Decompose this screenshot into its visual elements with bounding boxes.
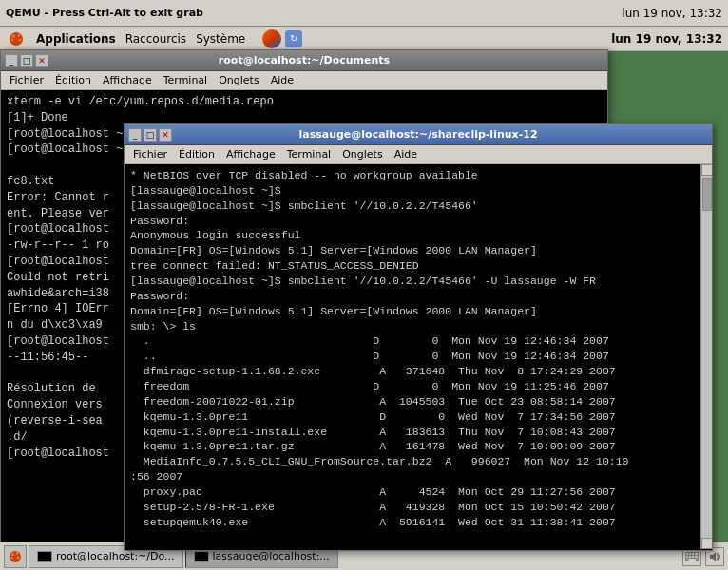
w2-menu-aide[interactable]: Aide: [390, 147, 422, 162]
window2-menubar: Fichier Édition Affichage Terminal Ongle…: [125, 145, 712, 164]
svg-rect-12: [689, 553, 691, 555]
window1-title: root@localhost:~/Documents: [48, 54, 560, 66]
terminal-line: Password:: [130, 289, 706, 304]
window2-maximize-btn[interactable]: □: [144, 128, 157, 142]
terminal-line: tree connect failed: NT_STATUS_ACCESS_DE…: [130, 258, 706, 274]
terminal-line: kqemu-1.3.0pre11 D 0 Wed Nov 7 17:34:56 …: [130, 409, 706, 425]
tray-icons: ↻: [262, 29, 302, 48]
terminal-line: xterm -e vi /etc/yum.repos.d/media.repo: [7, 94, 602, 110]
svg-rect-16: [689, 556, 691, 558]
svg-point-9: [17, 556, 19, 558]
taskbar-start-btn[interactable]: [4, 545, 27, 568]
terminal-line: MediaInfo_0.7.5.5_CLI_GNU_FromSource.tar…: [130, 454, 706, 469]
terminal-line: freedom D 0 Mon Nov 19 11:25:46 2007: [130, 379, 706, 394]
svg-point-8: [10, 556, 12, 558]
window2-titlebar: _ □ ✕ lassauge@localhost:~/shareclip-lin…: [125, 124, 712, 145]
w1-menu-fichier[interactable]: Fichier: [5, 73, 48, 87]
scroll-down-btn[interactable]: ▼: [701, 538, 712, 549]
w2-menu-affichage[interactable]: Affichage: [221, 147, 280, 162]
terminal-line: .. D 0 Mon Nov 19 12:46:34 2007: [130, 349, 706, 364]
svg-rect-17: [692, 556, 694, 558]
menu-systeme[interactable]: Système: [196, 32, 245, 46]
window1-controls[interactable]: _ □ ✕: [5, 54, 48, 67]
svg-rect-14: [695, 553, 698, 555]
update-icon: ↻: [285, 30, 302, 48]
qemu-title: QEMU - Press Ctrl-Alt to exit grab: [6, 7, 203, 19]
w2-menu-onglets[interactable]: Onglets: [337, 147, 387, 162]
datetime: lun 19 nov, 13:32: [622, 7, 722, 20]
svg-rect-11: [686, 553, 688, 555]
top-bar-right: lun 19 nov, 13:32: [622, 7, 722, 20]
window2-terminal: * NetBIOS over TCP disabled -- no workgr…: [125, 164, 712, 549]
w2-menu-terminal[interactable]: Terminal: [282, 147, 336, 162]
taskbar-item-root-label: root@localhost:~/Do...: [56, 550, 175, 562]
svg-point-2: [18, 33, 21, 36]
scroll-up-btn[interactable]: ▲: [701, 164, 712, 176]
terminal-line: Anonymous login successful: [130, 228, 706, 243]
terminal-line: proxy.pac A 4524 Mon Oct 29 11:27:56 200…: [130, 484, 706, 500]
terminal-line: kqemu-1.3.0pre11-install.exe A 183613 Th…: [130, 425, 706, 440]
terminal-line: [lassauge@localhost ~]$ smbclient '//10.…: [130, 199, 706, 214]
window2-iconify-btn[interactable]: _: [128, 128, 142, 142]
window1-maximize-btn[interactable]: □: [20, 54, 33, 67]
svg-rect-19: [688, 559, 696, 560]
window2-close-btn[interactable]: ✕: [159, 128, 172, 142]
w2-menu-edition[interactable]: Édition: [174, 147, 220, 162]
term-icon-1: [37, 551, 52, 562]
window2-title: lassauge@localhost:~/shareclip-linux-12: [172, 128, 664, 141]
w1-menu-onglets[interactable]: Onglets: [214, 73, 263, 87]
terminal-line: Password:: [130, 214, 706, 229]
w2-menu-fichier[interactable]: Fichier: [128, 147, 172, 162]
terminal-line: Domain=[FR] OS=[Windows 5.1] Server=[Win…: [130, 243, 706, 258]
clock-text: lun 19 nov, 13:32: [611, 32, 722, 46]
terminal-line: :56 2007: [130, 469, 706, 484]
window1-titlebar: _ □ ✕ root@localhost:~/Documents: [1, 50, 607, 71]
taskbar-item-lassauge-label: lassauge@localhost:...: [213, 550, 330, 562]
window2-controls[interactable]: _ □ ✕: [128, 128, 172, 142]
terminal-line: smb: \> ls: [130, 319, 706, 334]
w1-menu-affichage[interactable]: Affichage: [98, 73, 157, 87]
svg-point-1: [11, 34, 15, 38]
svg-point-4: [19, 38, 22, 41]
terminal-line: setup-2.578-FR-1.exe A 419328 Mon Oct 15…: [130, 500, 706, 515]
menu-raccourcis[interactable]: Raccourcis: [125, 32, 186, 46]
clock-area: lun 19 nov, 13:32: [611, 31, 722, 46]
svg-point-3: [11, 38, 14, 41]
window1-iconify-btn[interactable]: _: [5, 54, 18, 67]
top-bar-left: QEMU - Press Ctrl-Alt to exit grab: [6, 7, 203, 19]
gnome-foot-icon[interactable]: [6, 28, 27, 49]
window-lassauge-localhost: _ □ ✕ lassauge@localhost:~/shareclip-lin…: [124, 124, 713, 551]
menu-applications[interactable]: Applications: [36, 32, 116, 46]
scroll-thumb[interactable]: [702, 178, 712, 211]
svg-point-6: [11, 553, 14, 556]
svg-marker-20: [710, 552, 716, 561]
svg-rect-15: [686, 556, 688, 558]
terminal-line: [lassauge@localhost ~]$: [130, 183, 706, 199]
term-icon-2: [194, 551, 209, 562]
window1-close-btn[interactable]: ✕: [35, 54, 48, 67]
terminal-line: . D 0 Mon Nov 19 12:46:34 2007: [130, 333, 706, 349]
svg-point-5: [10, 551, 21, 562]
window1-menubar: Fichier Édition Affichage Terminal Ongle…: [1, 71, 607, 90]
svg-rect-13: [692, 553, 694, 555]
terminal-line: setupqemuk40.exe A 5916141 Wed Oct 31 11…: [130, 515, 706, 530]
top-gnome-bar: QEMU - Press Ctrl-Alt to exit grab lun 1…: [0, 0, 728, 27]
terminal-line: Domain=[FR] OS=[Windows 5.1] Server=[Win…: [130, 304, 706, 319]
svg-point-7: [16, 552, 18, 554]
scrollbar[interactable]: ▲ ▼: [700, 164, 712, 549]
svg-rect-18: [695, 556, 698, 558]
firefox-icon: [262, 29, 281, 48]
terminal-line: [lassauge@localhost ~]$ smbclient '//10.…: [130, 274, 706, 289]
w1-menu-aide[interactable]: Aide: [266, 73, 298, 87]
terminal-line: dfmirage-setup-1.1.68.2.exe A 371648 Thu…: [130, 364, 706, 379]
terminal-line: kqemu-1.3.0pre11.tar.gz A 161478 Wed Nov…: [130, 439, 706, 454]
w1-menu-terminal[interactable]: Terminal: [159, 73, 213, 87]
gnome-menu-bar: Applications Raccourcis Système ↻ lun 19…: [0, 27, 728, 51]
terminal-line: freedom-20071022-01.zip A 1045503 Tue Oc…: [130, 394, 706, 409]
terminal-line: * NetBIOS over TCP disabled -- no workgr…: [130, 168, 706, 183]
w1-menu-edition[interactable]: Édition: [50, 73, 96, 87]
